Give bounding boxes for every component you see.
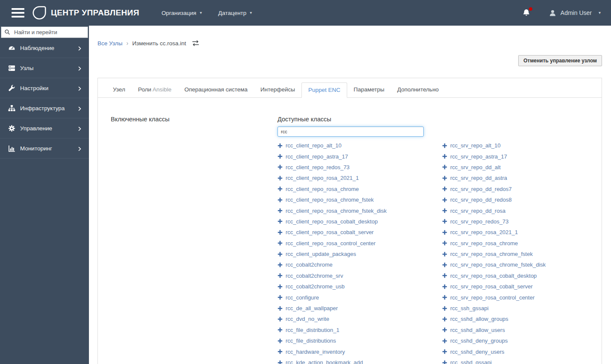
add-class-icon[interactable]	[442, 186, 447, 191]
add-class-icon[interactable]	[442, 327, 447, 332]
datacenter-menu[interactable]: Датацентр ▾	[212, 6, 258, 20]
class-name-link[interactable]: rcc_client_repo_rosa_2021_1	[286, 175, 359, 181]
class-name-link[interactable]: rcc_kde_action_bookmark_add	[286, 359, 363, 364]
add-class-icon[interactable]	[442, 284, 447, 289]
class-name-link[interactable]: rcc_configure	[286, 294, 319, 301]
class-name-link[interactable]: rcc_srv_repo_rosa_2021_1	[450, 229, 518, 235]
class-name-link[interactable]: rcc_srv_repo_rosa_chrome	[450, 240, 518, 247]
class-name-link[interactable]: rcc_client_repo_rosa_chrome	[286, 186, 359, 192]
class-name-link[interactable]: rcc_sshd_deny_groups	[450, 338, 508, 344]
add-class-icon[interactable]	[277, 360, 283, 364]
add-class-icon[interactable]	[277, 230, 283, 235]
add-class-icon[interactable]	[442, 164, 447, 170]
tab-host[interactable]: Узел	[106, 82, 132, 98]
add-class-icon[interactable]	[277, 338, 283, 343]
class-name-link[interactable]: rcc_srv_repo_dd_alt	[450, 164, 501, 170]
class-name-link[interactable]: rcc_client_repo_rosa_cobalt_desktop	[286, 218, 378, 225]
add-class-icon[interactable]	[277, 317, 283, 322]
class-name-link[interactable]: rcc_srv_repo_rosa_control_center	[450, 294, 534, 301]
add-class-icon[interactable]	[277, 164, 283, 170]
add-class-icon[interactable]	[442, 306, 447, 311]
tab-parameters[interactable]: Параметры	[347, 82, 391, 98]
class-name-link[interactable]: rcc_dvd_no_write	[286, 316, 329, 322]
add-class-icon[interactable]	[442, 338, 447, 343]
add-class-icon[interactable]	[277, 197, 283, 203]
tab-additional[interactable]: Дополнительно	[391, 82, 445, 98]
tab-ansible-roles[interactable]: РолиAnsible	[132, 82, 178, 98]
add-class-icon[interactable]	[277, 327, 283, 332]
sidebar-item-hosts[interactable]: Узлы	[0, 58, 89, 78]
add-class-icon[interactable]	[277, 349, 283, 354]
organization-menu[interactable]: Организация ▾	[156, 6, 208, 20]
add-class-icon[interactable]	[442, 317, 447, 322]
class-name-link[interactable]: rcc_srv_repo_dd_redos8	[450, 197, 512, 203]
class-name-link[interactable]: rcc_srv_repo_rosa_cobalt_server	[450, 283, 533, 290]
add-class-icon[interactable]	[442, 197, 447, 203]
class-name-link[interactable]: rcc_cobalt2chrome_srv	[286, 273, 343, 279]
sidebar-item-infrastructure[interactable]: Инфраструктура	[0, 98, 89, 118]
class-name-link[interactable]: rcc_de_all_wallpaper	[286, 305, 338, 311]
vertical-nav-search-input[interactable]	[1, 26, 88, 38]
sidebar-item-administer[interactable]: Управление	[0, 118, 89, 138]
class-name-link[interactable]: rcc_srv_repo_dd_rosa	[450, 208, 505, 214]
add-class-icon[interactable]	[442, 349, 447, 354]
class-name-link[interactable]: rcc_hardware_inventory	[286, 349, 345, 355]
add-class-icon[interactable]	[277, 208, 283, 213]
add-class-icon[interactable]	[277, 143, 283, 148]
class-name-link[interactable]: rcc_ssh_gssapi	[450, 305, 489, 311]
add-class-icon[interactable]	[277, 295, 283, 300]
add-class-icon[interactable]	[442, 262, 447, 267]
class-name-link[interactable]: rcc_srv_repo_redos_73	[450, 218, 509, 225]
class-name-link[interactable]: rcc_srv_repo_rosa_chrome_fstek	[450, 251, 533, 257]
add-class-icon[interactable]	[277, 252, 283, 257]
class-filter-input[interactable]	[277, 126, 424, 137]
class-name-link[interactable]: rcc_srv_repo_alt_10	[450, 142, 501, 149]
class-name-link[interactable]: rcc_srv_repo_dd_astra	[450, 175, 507, 181]
add-class-icon[interactable]	[442, 241, 447, 246]
add-class-icon[interactable]	[277, 176, 283, 181]
cancel-host-management-button[interactable]: Отменить управление узлом	[518, 55, 602, 66]
tab-operating-system[interactable]: Операционная система	[178, 82, 254, 98]
add-class-icon[interactable]	[442, 208, 447, 213]
class-name-link[interactable]: rcc_srv_repo_astra_17	[450, 153, 507, 160]
add-class-icon[interactable]	[277, 186, 283, 191]
add-class-icon[interactable]	[442, 154, 447, 159]
class-name-link[interactable]: rcc_file_distribution_1	[286, 327, 339, 333]
class-name-link[interactable]: rcc_client_repo_rosa_control_center	[286, 240, 375, 247]
class-name-link[interactable]: rcc_client_update_packages	[286, 251, 356, 257]
class-name-link[interactable]: rcc_sshd_gssapi	[450, 359, 492, 364]
class-name-link[interactable]: rcc_client_repo_astra_17	[286, 153, 348, 160]
class-name-link[interactable]: rcc_client_repo_alt_10	[286, 142, 342, 149]
class-name-link[interactable]: rcc_file_distributions	[286, 338, 336, 344]
add-class-icon[interactable]	[277, 241, 283, 246]
add-class-icon[interactable]	[442, 230, 447, 235]
add-class-icon[interactable]	[442, 252, 447, 257]
add-class-icon[interactable]	[277, 262, 283, 267]
class-name-link[interactable]: rcc_client_repo_rosa_chrome_fstek	[286, 197, 374, 203]
add-class-icon[interactable]	[277, 284, 283, 289]
menu-toggle-icon[interactable]	[12, 8, 24, 18]
switch-host-icon[interactable]	[192, 40, 200, 46]
tab-puppet-enc[interactable]: Puppet ENC	[301, 82, 347, 98]
user-menu[interactable]: Admin User ▾	[549, 9, 601, 17]
class-name-link[interactable]: rcc_sshd_deny_users	[450, 349, 504, 355]
sidebar-item-configure[interactable]: Настройки	[0, 78, 89, 98]
add-class-icon[interactable]	[277, 154, 283, 159]
class-name-link[interactable]: rcc_sshd_allow_groups	[450, 316, 508, 322]
add-class-icon[interactable]	[277, 306, 283, 311]
add-class-icon[interactable]	[277, 219, 283, 224]
breadcrumb-all-hosts-link[interactable]: Все Узлы	[97, 40, 122, 47]
class-name-link[interactable]: rcc_cobalt2chrome_usb	[286, 283, 345, 290]
add-class-icon[interactable]	[277, 273, 283, 278]
add-class-icon[interactable]	[442, 219, 447, 224]
tab-interfaces[interactable]: Интерфейсы	[254, 82, 301, 98]
class-name-link[interactable]: rcc_cobalt2chrome	[286, 261, 333, 268]
class-name-link[interactable]: rcc_client_repo_redos_73	[286, 164, 350, 170]
add-class-icon[interactable]	[442, 360, 447, 364]
notifications-button[interactable]	[522, 9, 531, 17]
class-name-link[interactable]: rcc_client_repo_rosa_chrome_fstek_disk	[286, 208, 387, 214]
add-class-icon[interactable]	[442, 176, 447, 181]
sidebar-item-monitor[interactable]: Наблюдение	[0, 38, 89, 58]
add-class-icon[interactable]	[442, 273, 447, 278]
add-class-icon[interactable]	[442, 295, 447, 300]
